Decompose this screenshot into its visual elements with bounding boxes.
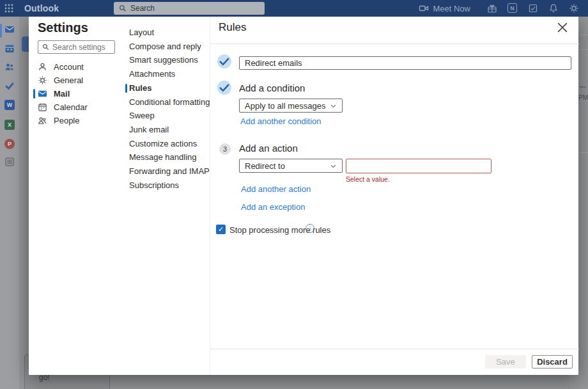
divider <box>210 44 579 44</box>
settings-gear-icon <box>569 3 579 13</box>
sidebar-item-calendar[interactable]: Calendar <box>29 100 123 114</box>
app-rail: W X P <box>0 17 19 389</box>
new-mail-button-edge <box>22 36 29 52</box>
video-camera-icon <box>419 3 429 13</box>
mail-icon <box>38 89 47 99</box>
category-junk-email[interactable]: Junk email <box>123 123 210 137</box>
condition-selected-value: Apply to all messages <box>245 101 325 111</box>
footer-divider <box>210 349 579 349</box>
info-icon[interactable]: i <box>306 224 314 233</box>
sidebar-item-label: General <box>54 75 83 85</box>
topbar-actions: Meet Now N <box>419 0 588 17</box>
category-conditional-formatting[interactable]: Conditional formatting <box>123 95 210 109</box>
word-icon: W <box>4 100 15 110</box>
sidebar-item-people[interactable]: People <box>29 114 123 127</box>
settings-dialog: Settings Account <box>29 17 578 375</box>
discard-button[interactable]: Discard <box>532 355 573 369</box>
category-forwarding-and-imap[interactable]: Forwarding and IMAP <box>123 164 210 179</box>
settings-search-input[interactable] <box>52 43 107 52</box>
excel-icon: X <box>4 120 15 130</box>
step3-number-badge: 3 <box>219 143 231 155</box>
step2-complete-icon <box>217 81 231 95</box>
outlook-app: Outlook Search Meet Now <box>0 0 588 389</box>
people-icon <box>4 62 15 72</box>
rule-name-input[interactable] <box>239 56 571 70</box>
sidebar-item-general[interactable]: General <box>29 74 123 87</box>
settings-search-box[interactable] <box>38 40 115 54</box>
premium-gift-icon <box>487 3 497 13</box>
mail-icon <box>4 24 15 35</box>
redirect-recipient-input[interactable] <box>346 159 491 173</box>
my-day-tasks-icon <box>528 3 538 13</box>
app-launcher-icon <box>4 3 14 13</box>
search-icon <box>42 44 49 51</box>
notifications-bell-icon <box>548 3 559 13</box>
category-attachments[interactable]: Attachments <box>123 67 210 81</box>
rules-pane: Rules Add a condition Apply to all messa… <box>210 17 578 375</box>
sidebar-item-label: People <box>54 116 79 125</box>
calendar-icon <box>38 102 47 112</box>
category-layout[interactable]: Layout <box>123 26 210 40</box>
chevron-down-icon <box>330 102 337 109</box>
onenote-feed-icon: N <box>507 3 518 13</box>
sidebar-item-label: Account <box>54 62 84 72</box>
settings-title: Settings <box>38 20 88 35</box>
pane-title: Rules <box>219 21 246 34</box>
global-search-input: Search <box>114 2 265 15</box>
action-selected-value: Redirect to <box>245 161 285 171</box>
sidebar-item-mail[interactable]: Mail <box>29 87 123 100</box>
add-another-action-link[interactable]: Add another action <box>241 184 311 194</box>
chevron-down-icon <box>330 163 337 170</box>
category-rules[interactable]: Rules <box>123 81 210 95</box>
meet-now-button: Meet Now <box>419 3 470 13</box>
stop-processing-label: Stop processing more rules <box>229 225 330 235</box>
sidebar-item-account[interactable]: Account <box>29 60 123 74</box>
add-an-exception-link[interactable]: Add an exception <box>241 202 305 212</box>
gear-icon <box>38 75 47 85</box>
powerpoint-icon: P <box>4 139 15 149</box>
people-icon <box>38 116 47 125</box>
app-title: Outlook <box>24 3 59 13</box>
step1-complete-icon <box>217 54 231 68</box>
category-smart-suggestions[interactable]: Smart suggestions <box>123 53 210 67</box>
meet-now-label: Meet Now <box>433 4 470 13</box>
more-apps-grid-icon <box>4 157 15 167</box>
category-message-handling[interactable]: Message handling <box>123 150 210 164</box>
action-heading: Add an action <box>239 143 298 154</box>
settings-category-list: Layout Compose and reply Smart suggestio… <box>123 17 210 375</box>
category-sweep[interactable]: Sweep <box>123 109 210 123</box>
message-time-fragment: PM <box>578 94 588 101</box>
action-dropdown[interactable]: Redirect to <box>239 159 343 173</box>
settings-sidebar: Settings Account <box>29 17 123 375</box>
search-placeholder: Search <box>130 4 155 13</box>
add-another-condition-link[interactable]: Add another condition <box>240 116 321 126</box>
category-subscriptions[interactable]: Subscriptions <box>123 179 210 193</box>
sidebar-item-label: Mail <box>54 89 70 99</box>
category-compose-and-reply[interactable]: Compose and reply <box>123 40 210 54</box>
selection-indicator <box>33 89 35 99</box>
top-bar: Outlook Search Meet Now <box>0 0 588 17</box>
condition-dropdown[interactable]: Apply to all messages <box>239 99 343 113</box>
person-icon <box>38 62 47 72</box>
sidebar-item-label: Calendar <box>54 102 88 112</box>
validation-error-text: Select a value. <box>346 175 390 183</box>
todo-check-icon <box>4 81 15 91</box>
category-label: Rules <box>129 83 151 93</box>
stop-processing-checkbox[interactable]: ✓ <box>216 225 226 234</box>
onenote-letter: N <box>507 3 517 13</box>
calendar-icon <box>4 44 15 54</box>
message-more-options: ... <box>580 81 586 90</box>
search-icon <box>119 4 127 12</box>
condition-heading: Add a condition <box>239 83 305 93</box>
selection-indicator <box>125 84 127 93</box>
category-customize-actions[interactable]: Customize actions <box>123 137 210 151</box>
rail-selection-indicator <box>0 24 2 38</box>
save-button[interactable]: Save <box>485 355 526 369</box>
close-icon[interactable] <box>555 20 569 35</box>
reading-pane-edge: ... PM <box>578 17 588 389</box>
